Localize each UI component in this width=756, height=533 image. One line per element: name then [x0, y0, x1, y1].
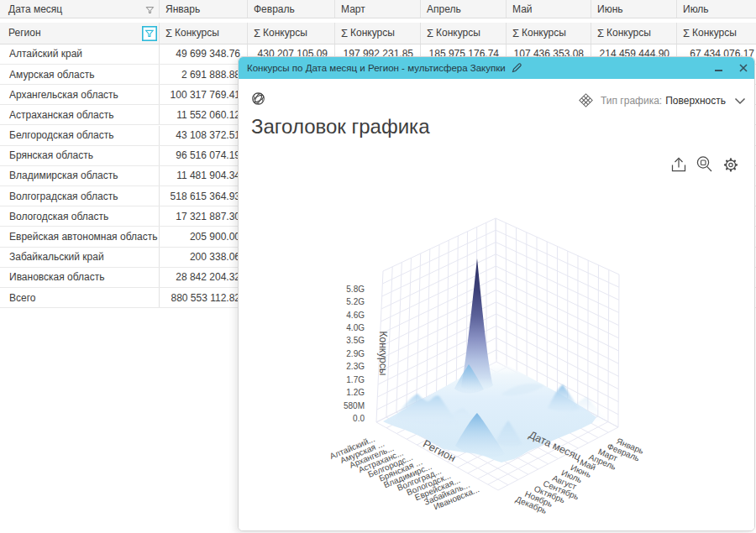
svg-text:5.2G: 5.2G [346, 297, 365, 306]
svg-text:1.2G: 1.2G [346, 388, 365, 397]
svg-text:2.9G: 2.9G [346, 349, 365, 358]
svg-text:0.0: 0.0 [353, 414, 365, 423]
svg-text:3.5G: 3.5G [346, 336, 365, 345]
svg-text:2.3G: 2.3G [346, 362, 365, 371]
svg-text:4.0G: 4.0G [346, 323, 365, 332]
svg-text:4.6G: 4.6G [346, 311, 365, 320]
svg-text:580M: 580M [344, 401, 365, 410]
svg-text:1.7G: 1.7G [346, 375, 365, 384]
svg-text:Конкурсы: Конкурсы [377, 332, 389, 376]
svg-text:5.8G: 5.8G [346, 285, 365, 294]
